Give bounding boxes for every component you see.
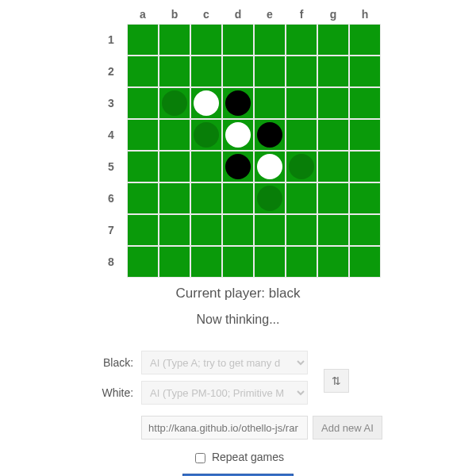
board-cell[interactable] <box>254 56 286 87</box>
board-cell[interactable] <box>159 87 190 119</box>
othello-board: abcdefgh 12345678 <box>95 8 381 278</box>
board-cell[interactable] <box>254 87 286 119</box>
board-cell[interactable] <box>190 56 222 87</box>
board-cell[interactable] <box>349 246 381 278</box>
row-header: 5 <box>95 160 127 173</box>
board-cell[interactable] <box>349 56 381 87</box>
board-cell[interactable] <box>127 214 159 246</box>
white-disc <box>257 154 282 179</box>
board-cell[interactable] <box>286 119 317 151</box>
move-hint-disc <box>257 186 282 211</box>
row-header: 8 <box>95 255 127 268</box>
row-header: 6 <box>95 192 127 205</box>
black-disc <box>225 90 251 116</box>
column-header: f <box>286 8 317 24</box>
white-disc <box>194 90 219 116</box>
board-cell[interactable] <box>190 151 222 182</box>
repeat-games-label: Repeat games <box>212 451 284 463</box>
board-cell[interactable] <box>159 24 190 56</box>
board-cell[interactable] <box>222 182 254 214</box>
black-label: Black: <box>94 356 141 369</box>
board-cell[interactable] <box>286 214 317 246</box>
column-header: c <box>190 8 222 24</box>
board-cell[interactable] <box>317 214 349 246</box>
board-cell[interactable] <box>159 182 190 214</box>
board-cell[interactable] <box>127 151 159 182</box>
black-disc <box>225 154 251 179</box>
board-cell[interactable] <box>159 119 190 151</box>
board-cell[interactable] <box>254 119 286 151</box>
controls-panel: Black: AI (Type A; try to get many d Whi… <box>94 351 382 440</box>
board-cell[interactable] <box>317 151 349 182</box>
board-grid: 12345678 <box>95 24 381 278</box>
board-cell[interactable] <box>254 182 286 214</box>
thinking-status: Now thinking... <box>0 313 476 327</box>
board-cell[interactable] <box>317 119 349 151</box>
board-cell[interactable] <box>190 246 222 278</box>
board-cell[interactable] <box>254 151 286 182</box>
board-cell[interactable] <box>190 214 222 246</box>
board-cell[interactable] <box>317 246 349 278</box>
board-cell[interactable] <box>127 119 159 151</box>
board-cell[interactable] <box>286 56 317 87</box>
board-cell[interactable] <box>349 151 381 182</box>
board-cell[interactable] <box>286 151 317 182</box>
board-cell[interactable] <box>190 24 222 56</box>
board-cell[interactable] <box>349 24 381 56</box>
board-cell[interactable] <box>159 246 190 278</box>
board-cell[interactable] <box>286 24 317 56</box>
board-column-headers: abcdefgh <box>95 8 381 24</box>
white-ai-select[interactable]: AI (Type PM-100; Primitive M <box>141 381 308 405</box>
swap-players-button[interactable]: ⇅ <box>324 369 349 393</box>
board-cell[interactable] <box>190 119 222 151</box>
board-cell[interactable] <box>286 182 317 214</box>
move-hint-disc <box>289 154 314 179</box>
board-cell[interactable] <box>349 87 381 119</box>
repeat-games-checkbox[interactable] <box>195 453 205 463</box>
board-cell[interactable] <box>286 87 317 119</box>
board-cell[interactable] <box>317 24 349 56</box>
add-ai-button[interactable]: Add new AI <box>313 416 382 440</box>
board-cell[interactable] <box>159 151 190 182</box>
row-header: 4 <box>95 129 127 141</box>
board-cell[interactable] <box>127 182 159 214</box>
black-disc <box>257 122 282 148</box>
row-header: 1 <box>95 33 127 46</box>
move-hint-disc <box>194 122 219 148</box>
move-hint-disc <box>162 90 187 116</box>
board-cell[interactable] <box>127 246 159 278</box>
white-label: White: <box>94 386 141 399</box>
board-cell[interactable] <box>222 214 254 246</box>
ai-url-input[interactable] <box>141 416 308 440</box>
board-cell[interactable] <box>222 87 254 119</box>
board-cell[interactable] <box>222 119 254 151</box>
board-cell[interactable] <box>159 214 190 246</box>
board-cell[interactable] <box>349 182 381 214</box>
board-cell[interactable] <box>127 87 159 119</box>
board-cell[interactable] <box>254 214 286 246</box>
current-player-status: Current player: black <box>0 286 476 301</box>
row-header: 2 <box>95 65 127 78</box>
board-cell[interactable] <box>190 182 222 214</box>
board-cell[interactable] <box>127 24 159 56</box>
white-disc <box>225 122 251 148</box>
column-header: g <box>317 8 349 24</box>
column-header: a <box>127 8 159 24</box>
board-cell[interactable] <box>159 56 190 87</box>
board-cell[interactable] <box>317 182 349 214</box>
board-cell[interactable] <box>222 24 254 56</box>
board-cell[interactable] <box>317 87 349 119</box>
board-cell[interactable] <box>222 246 254 278</box>
board-cell[interactable] <box>222 56 254 87</box>
board-cell[interactable] <box>317 56 349 87</box>
board-cell[interactable] <box>254 246 286 278</box>
board-cell[interactable] <box>222 151 254 182</box>
board-cell[interactable] <box>349 214 381 246</box>
board-cell[interactable] <box>127 56 159 87</box>
board-cell[interactable] <box>349 119 381 151</box>
column-header: e <box>254 8 286 24</box>
board-cell[interactable] <box>286 246 317 278</box>
black-ai-select[interactable]: AI (Type A; try to get many d <box>141 351 308 374</box>
board-cell[interactable] <box>190 87 222 119</box>
board-cell[interactable] <box>254 24 286 56</box>
